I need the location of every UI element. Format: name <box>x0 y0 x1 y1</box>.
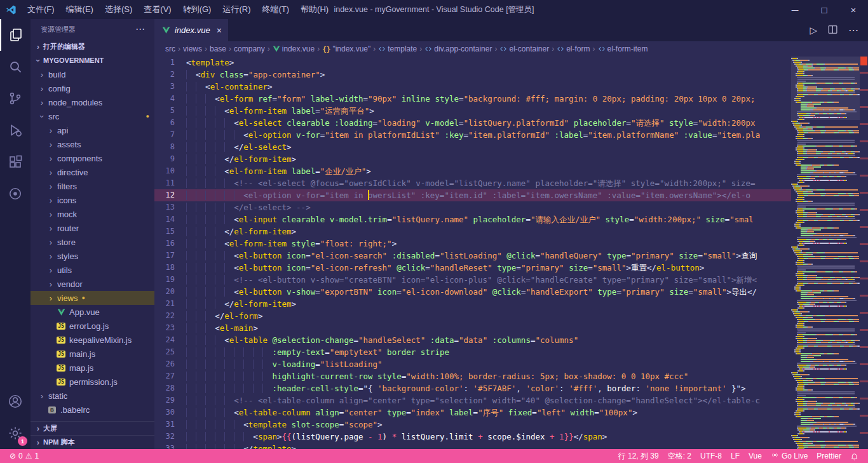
menu-item-2[interactable]: 选择(S) <box>99 0 138 19</box>
explorer-icon[interactable] <box>0 19 31 51</box>
menu-item-7[interactable]: 帮助(H) <box>295 0 334 19</box>
go-live-button[interactable]: Go Live <box>766 449 812 463</box>
more-actions-button[interactable]: ⋯ <box>848 24 859 36</box>
code-line[interactable]: 30 <el-table-column align="center" type=… <box>154 406 791 419</box>
tree-item-folder[interactable]: ›styles <box>31 249 154 263</box>
menu-item-1[interactable]: 编辑(E) <box>60 0 99 19</box>
split-editor-button[interactable] <box>827 24 838 37</box>
code-line[interactable]: 28 :header-cell-style="{ 'background-col… <box>154 382 791 394</box>
code-line[interactable]: 15 </el-form-item> <box>154 225 791 238</box>
code-line[interactable]: 29 <!-- <el-table-column align="center" … <box>154 394 791 406</box>
code-line[interactable]: 21 </el-form-item> <box>154 298 791 310</box>
tree-item-file[interactable]: JSmain.js <box>31 347 154 361</box>
code-line[interactable]: 24 <el-table @selection-change="handleSe… <box>154 334 791 346</box>
problems-indicator[interactable]: ⊘ 0 ⚠ 1 <box>5 449 43 463</box>
tree-item-folder[interactable]: ›assets <box>31 137 154 151</box>
overview-ruler[interactable] <box>860 57 868 449</box>
code-line[interactable]: 26 v-loading="listLoading" <box>154 358 791 370</box>
tree-item-folder[interactable]: ›static <box>31 389 154 403</box>
extensions-icon[interactable] <box>0 146 31 178</box>
editor[interactable]: 1<template>2 <div class="app-container">… <box>154 57 868 449</box>
code-line[interactable]: 19 <!-- <el-button v-show="createBTN" ic… <box>154 274 791 286</box>
code-line[interactable]: 32 <span>{{(listQuery.page - 1) * listQu… <box>154 431 791 443</box>
tree-item-folder[interactable]: ›build <box>31 67 154 81</box>
indentation-indicator[interactable]: 空格: 2 <box>663 449 696 463</box>
minimize-button[interactable]: ─ <box>780 0 810 19</box>
code-line[interactable]: 10 <el-form-item label="企业/业户"> <box>154 165 791 177</box>
tree-item-folder[interactable]: ›store <box>31 235 154 249</box>
breadcrumb-item[interactable]: {}"index.vue" <box>322 44 371 53</box>
menu-item-4[interactable]: 转到(G) <box>177 0 217 19</box>
encoding-indicator[interactable]: UTF-8 <box>696 449 726 463</box>
breadcrumb-item[interactable]: company <box>233 44 266 53</box>
breadcrumb-item[interactable]: template <box>377 44 417 53</box>
tree-item-file[interactable]: B.babelrc <box>31 403 154 417</box>
tree-item-folder[interactable]: ›utils <box>31 263 154 277</box>
close-button[interactable]: × <box>839 0 868 19</box>
code-line[interactable]: 13 </el-select> --> <box>154 201 791 213</box>
menu-item-0[interactable]: 文件(F) <box>22 0 60 19</box>
code-line[interactable]: 11 <!-- <el-select @focus="owersIdClick"… <box>154 177 791 189</box>
eol-indicator[interactable]: LF <box>726 449 744 463</box>
breadcrumb-item[interactable]: div.app-container <box>424 44 492 53</box>
tree-item-file[interactable]: JSmap.js <box>31 361 154 375</box>
tab-index-vue[interactable]: index.vue × <box>154 19 229 41</box>
code-line[interactable]: 6 <el-select clearable :loading="loading… <box>154 117 791 129</box>
code-line[interactable]: 27 highlight-current-row style="width:10… <box>154 370 791 382</box>
tree-item-folder[interactable]: ›filters <box>31 179 154 193</box>
breadcrumb-item[interactable]: views <box>182 44 203 53</box>
menu-item-3[interactable]: 查看(V) <box>138 0 177 19</box>
search-icon[interactable] <box>0 51 31 83</box>
run-button[interactable]: ▷ <box>810 25 817 36</box>
code-line[interactable]: 12 <el-option v-for="item in owersList" … <box>154 189 791 201</box>
code-line[interactable]: 3 <el-container> <box>154 81 791 93</box>
tree-item-file[interactable]: JSkeepaliveMixin.js <box>31 333 154 347</box>
notifications-bell-icon[interactable] <box>846 449 863 463</box>
code-line[interactable]: 17 <el-button icon="el-icon-search" :dis… <box>154 250 791 262</box>
code-line[interactable]: 5 <el-form-item label="运营商平台"> <box>154 105 791 117</box>
breadcrumb-item[interactable]: el-container <box>499 44 550 53</box>
live-server-icon[interactable] <box>0 178 31 210</box>
breadcrumb-item[interactable]: src <box>165 44 176 53</box>
code-line[interactable]: 8 </el-select> <box>154 141 791 153</box>
source-control-icon[interactable] <box>0 83 31 114</box>
language-indicator[interactable]: Vue <box>744 449 766 463</box>
breadcrumb-item[interactable]: index.vue <box>272 44 315 53</box>
minimap[interactable] <box>791 57 860 449</box>
cursor-position[interactable]: 行 12, 列 39 <box>614 449 663 463</box>
code-line[interactable]: 33 </template> <box>154 443 791 449</box>
tree-item-file[interactable]: App.vue <box>31 305 154 319</box>
sidebar-section-1[interactable]: ›NPM 脚本 <box>31 435 154 449</box>
tree-item-folder[interactable]: ›node_modules <box>31 95 154 109</box>
more-actions-icon[interactable]: ⋯ <box>135 23 146 35</box>
settings-gear-icon[interactable]: 1 <box>0 417 31 449</box>
code-line[interactable]: 16 <el-form-item style="float: right;"> <box>154 238 791 250</box>
tree-item-folder[interactable]: ›api <box>31 123 154 137</box>
code-line[interactable]: 20 <el-button v-show="exportBTN" icon="e… <box>154 286 791 298</box>
tab-close-icon[interactable]: × <box>217 25 222 36</box>
prettier-indicator[interactable]: Prettier <box>812 449 846 463</box>
code-line[interactable]: 31 <template slot-scope="scope"> <box>154 419 791 431</box>
breadcrumb-item[interactable]: el-form <box>556 44 590 53</box>
code-line[interactable]: 23 <el-main> <box>154 322 791 334</box>
tree-item-folder[interactable]: ›src● <box>31 109 154 123</box>
maximize-button[interactable]: □ <box>810 0 839 19</box>
open-editors-section[interactable]: › 打开的编辑器 <box>31 39 154 53</box>
tree-item-folder[interactable]: ›router <box>31 221 154 235</box>
code-line[interactable]: 18 <el-button icon="el-icon-refresh" @cl… <box>154 262 791 274</box>
sidebar-section-0[interactable]: ›大屏 <box>31 421 154 435</box>
run-and-debug-icon[interactable] <box>0 114 31 146</box>
tree-item-folder[interactable]: ›mock <box>31 207 154 221</box>
tree-item-folder[interactable]: ›components <box>31 151 154 165</box>
tree-item-file[interactable]: JSerrorLog.js <box>31 319 154 333</box>
tree-item-file[interactable]: JSpermission.js <box>31 375 154 389</box>
code-line[interactable]: 22 </el-form> <box>154 310 791 322</box>
tree-item-folder[interactable]: ›directive <box>31 165 154 179</box>
accounts-icon[interactable] <box>0 386 31 417</box>
tree-item-folder[interactable]: ›icons <box>31 193 154 207</box>
breadcrumb-item[interactable]: base <box>209 44 227 53</box>
menu-item-5[interactable]: 运行(R) <box>217 0 256 19</box>
code-line[interactable]: 1<template> <box>154 57 791 69</box>
menu-item-6[interactable]: 终端(T) <box>256 0 295 19</box>
code-area[interactable]: 1<template>2 <div class="app-container">… <box>154 57 791 449</box>
